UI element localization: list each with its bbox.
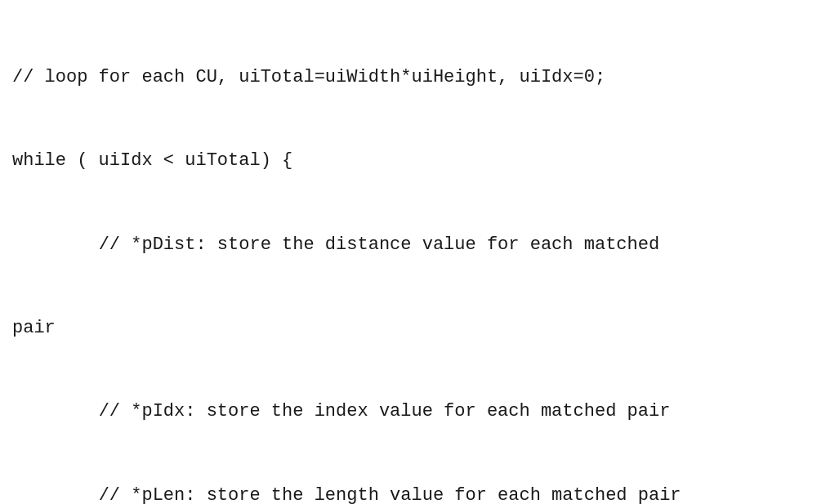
code-block: // loop for each CU, uiTotal=uiWidth*uiH… [0,0,817,504]
code-line-4: pair [12,314,805,342]
code-line-3: // *pDist: store the distance value for … [12,231,805,259]
code-line-2: while ( uiIdx < uiTotal) { [12,147,805,175]
code-line-5: // *pIdx: store the index value for each… [12,398,805,426]
code-line-6: // *pLen: store the length value for eac… [12,482,805,504]
code-line-1: // loop for each CU, uiTotal=uiWidth*uiH… [12,64,805,91]
